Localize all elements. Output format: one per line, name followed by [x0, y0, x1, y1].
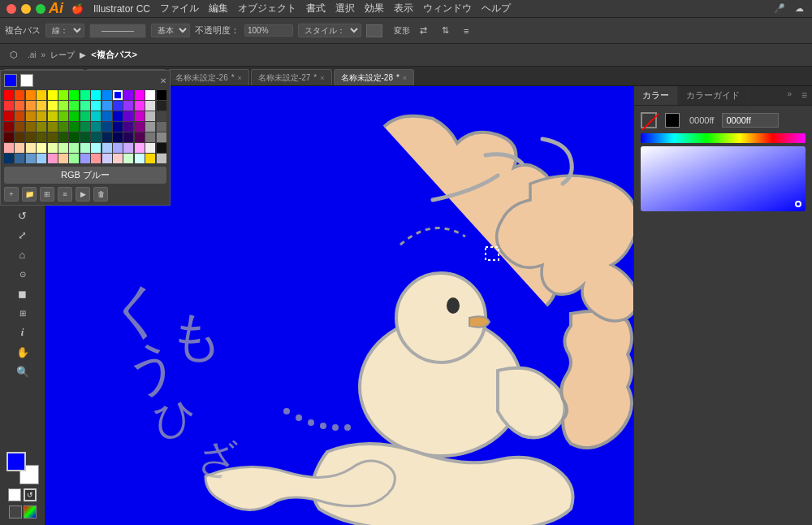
panel-menu[interactable]: ≡: [797, 86, 812, 105]
eyedropper-tool[interactable]: 𝒊: [14, 323, 32, 341]
menu-format[interactable]: 書式: [306, 2, 326, 15]
style-select[interactable]: スタイル：: [298, 24, 361, 37]
rotate-tool[interactable]: ↺: [14, 206, 32, 224]
opacity-input[interactable]: [244, 24, 293, 37]
menu-file[interactable]: ファイル: [160, 2, 199, 15]
tab-2-close[interactable]: ×: [238, 74, 242, 82]
color-swatch-16[interactable]: [15, 101, 24, 111]
stroke-line: ————: [102, 26, 134, 35]
color-swatch-78[interactable]: [37, 143, 45, 153]
palette-header: ✕: [4, 86, 45, 87]
color-swatch-33[interactable]: [37, 111, 45, 121]
gradient-tool[interactable]: ◼: [14, 284, 32, 302]
stroke-preview[interactable]: ————: [89, 24, 146, 38]
color-swatch-63[interactable]: [37, 132, 45, 142]
maximize-button[interactable]: [36, 4, 45, 14]
menu-view[interactable]: 表示: [394, 2, 413, 15]
current-bg-swatch[interactable]: [20, 86, 33, 87]
default-colors-icon[interactable]: ↺: [24, 488, 37, 501]
transform-button[interactable]: ⇄: [415, 22, 432, 40]
svg-text:く: く: [108, 278, 168, 343]
mesh-tool[interactable]: ⊞: [14, 304, 32, 322]
foreground-color[interactable]: [6, 452, 26, 471]
color-swatch-92[interactable]: [26, 154, 36, 163]
blend-tool[interactable]: ⊙: [14, 265, 32, 283]
bc-icon: ▶: [80, 50, 86, 59]
none-fill-icon[interactable]: [9, 505, 22, 518]
props-bar: ⬡ .ai » レープ ▶ <複合パス>: [0, 44, 812, 67]
hue-slider[interactable]: [641, 133, 806, 143]
color-swatch-48[interactable]: [37, 122, 45, 132]
panel-expand[interactable]: »: [782, 86, 797, 105]
file-label: .ai: [28, 50, 37, 59]
toolbar-breadcrumb: 複合パス 線： ———— 基本 不透明度： スタイル： 変形 ⇄ ⇅ ≡: [5, 22, 807, 40]
color-swatch-17[interactable]: [26, 101, 36, 111]
tab-3-close[interactable]: ×: [320, 74, 324, 82]
color-swatch-77[interactable]: [26, 143, 36, 153]
minimize-button[interactable]: [21, 4, 31, 14]
color-swatch-3[interactable]: [37, 90, 45, 100]
hex-input[interactable]: [722, 113, 779, 128]
transform-label: 変形: [394, 25, 410, 37]
menu-app[interactable]: 🍎: [71, 3, 84, 15]
color-swatch-90[interactable]: [4, 154, 14, 163]
menu-bar: 🍎 Illustrator CC ファイル 編集 オブジェクト 書式 選択 効果…: [71, 2, 511, 15]
no-fill-swatch[interactable]: [641, 112, 657, 128]
tab-4[interactable]: 名称未設定-28 * ×: [334, 69, 415, 85]
color-swatch-91[interactable]: [15, 154, 24, 163]
more-button[interactable]: ≡: [459, 22, 473, 40]
current-color-swatch[interactable]: [4, 86, 17, 87]
color-swatch-61[interactable]: [15, 132, 24, 142]
color-swatch-75[interactable]: [4, 143, 14, 153]
palette-controls: + 📁 ⊞ ≡ ▶ 🗑: [4, 187, 45, 202]
breadcrumb-path: <複合パス>: [91, 49, 137, 61]
color-swatch-1[interactable]: [15, 90, 24, 100]
color-swatch-31[interactable]: [15, 111, 24, 121]
stroke-style-select[interactable]: 基本: [151, 24, 190, 37]
black-swatch[interactable]: [665, 113, 680, 128]
color-swatch-32[interactable]: [26, 111, 36, 121]
color-swatch-93[interactable]: [37, 154, 45, 163]
doc-separator: »: [41, 50, 46, 59]
transform2-button[interactable]: ⇅: [437, 22, 454, 40]
main-toolbar: 複合パス 線： ———— 基本 不透明度： スタイル： 変形 ⇄ ⇅ ≡: [0, 18, 812, 44]
panel-tab-color[interactable]: カラー: [634, 86, 678, 105]
panel-tab-guide[interactable]: カラーガイド: [678, 86, 749, 105]
gradient-fill-icon[interactable]: [24, 505, 37, 518]
color-swatch-47[interactable]: [26, 122, 36, 132]
hand-tool[interactable]: ✋: [14, 343, 32, 361]
zoom-tool[interactable]: 🔍: [14, 362, 32, 380]
palette-add[interactable]: +: [4, 187, 19, 202]
stroke-select[interactable]: 線：: [45, 24, 84, 37]
tab-3[interactable]: 名称未設定-27 * ×: [251, 69, 332, 85]
scale-tool[interactable]: ⤢: [14, 226, 32, 244]
color-swatch-0[interactable]: [4, 90, 14, 100]
color-swatch-45[interactable]: [4, 122, 14, 132]
props-back[interactable]: ⬡: [5, 46, 23, 64]
tab-4-close[interactable]: ×: [403, 74, 407, 82]
menu-help[interactable]: ヘルプ: [482, 2, 511, 15]
menu-object[interactable]: オブジェクト: [238, 2, 296, 15]
menu-app-name[interactable]: Illustrator CC: [93, 3, 150, 15]
swap-colors-icon[interactable]: [8, 488, 21, 501]
color-swatch-62[interactable]: [26, 132, 36, 142]
warp-tool[interactable]: ⌂: [14, 245, 32, 263]
menu-window[interactable]: ウィンドウ: [423, 2, 472, 15]
close-button[interactable]: [6, 4, 16, 14]
menu-effect[interactable]: 効果: [365, 2, 384, 15]
color-field[interactable]: [641, 146, 806, 211]
color-swatch-76[interactable]: [15, 143, 24, 153]
color-swatch-30[interactable]: [4, 111, 14, 121]
palette-grid[interactable]: ⊞: [40, 187, 45, 202]
menu-edit[interactable]: 編集: [209, 2, 228, 15]
palette-folder[interactable]: 📁: [22, 187, 37, 202]
main-layout: ↖ ↗ ✒ T ▭ ✏ ↺ ⤢ ⌂ ⊙ ◼ ⊞ 𝒊 ✋ 🔍 ↺: [0, 86, 812, 525]
color-swatch-15[interactable]: [4, 101, 14, 111]
tab-4-label: 名称未設定-28: [341, 72, 393, 84]
menu-select[interactable]: 選択: [335, 2, 355, 15]
color-swatch-60[interactable]: [4, 132, 14, 142]
color-swatch-18[interactable]: [37, 101, 45, 111]
color-swatch-2[interactable]: [26, 90, 36, 100]
tab-2[interactable]: 名称未設定-26 * ×: [168, 69, 249, 85]
color-swatch-46[interactable]: [15, 122, 24, 132]
